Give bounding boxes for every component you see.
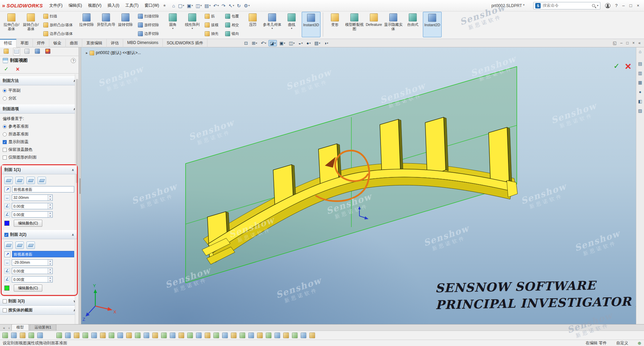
section2-rotation-x-input[interactable]: 0.00度 ▴▾ — [12, 268, 53, 274]
redo-icon[interactable]: ↷ — [221, 3, 226, 8]
checkbox-option[interactable]: 保留顶盖颜色 — [3, 146, 76, 154]
by-body-checkbox[interactable] — [3, 308, 7, 312]
help-icon[interactable]: ? — [615, 3, 617, 8]
curves-button[interactable]: 曲线 ▾ — [282, 12, 301, 37]
design-library-icon[interactable]: ▤ — [638, 61, 642, 66]
wrap-button[interactable]: 包覆 — [223, 12, 243, 20]
edit-color-button[interactable]: 编辑颜色(C) — [14, 220, 42, 227]
hole-wizard-button[interactable]: 异型孔向导 — [97, 12, 115, 37]
linear-sketch-pattern-icon[interactable] — [205, 333, 210, 338]
rectangle-icon[interactable] — [100, 333, 106, 338]
extruded-cut-button[interactable]: 拉伸切除 — [77, 12, 96, 37]
confirm-cancel-icon[interactable]: × — [625, 61, 631, 72]
section3-checkbox[interactable] — [3, 299, 7, 303]
configuration-manager-tab[interactable] — [23, 48, 31, 56]
drag-toggle-icon[interactable] — [37, 333, 43, 338]
performance-icon[interactable] — [301, 333, 306, 338]
spinner-arrows[interactable]: ▴▾ — [48, 260, 52, 265]
reference-geometry-button[interactable]: 参考几何体 ▾ — [263, 12, 282, 37]
tab-motion-study-1[interactable]: 运动算例1 — [30, 324, 56, 331]
spinner-arrows[interactable]: ▴▾ — [48, 195, 52, 201]
magnifier-icon[interactable] — [29, 333, 34, 338]
tab-sheet-metal[interactable]: 钣金 — [49, 39, 66, 47]
radio-option[interactable]: 所选基准面 — [3, 130, 76, 138]
scene-icon[interactable]: ◧ — [638, 99, 642, 104]
hide-show-items-icon[interactable]: ◒▾ — [297, 40, 304, 46]
sensor-icon[interactable] — [283, 333, 289, 338]
edit-appearance-icon[interactable]: ●▾ — [305, 40, 312, 46]
menu-pin-icon[interactable]: ★ — [163, 3, 166, 8]
display-relations-icon[interactable] — [222, 333, 228, 338]
tab-nav-first-icon[interactable]: « — [1, 325, 7, 331]
tab-sketch[interactable]: 草图 — [16, 39, 33, 47]
show-hidden-bodies-button[interactable]: 显示隐藏实体 — [384, 12, 403, 37]
tab-model[interactable]: 模型 — [11, 324, 29, 331]
search-caret-icon[interactable]: ▾ — [597, 4, 598, 7]
home-icon[interactable]: ⌂ — [172, 3, 175, 8]
tab-nav-prev-icon[interactable]: ‹ — [7, 325, 11, 331]
tab-features[interactable]: 特征 — [0, 39, 16, 47]
panel-splitter[interactable] — [79, 47, 81, 324]
curvature-icon[interactable] — [309, 333, 315, 338]
options-gear-icon[interactable]: ⚙▾ — [244, 3, 250, 8]
move-entities-icon[interactable] — [213, 333, 219, 338]
front-plane-button[interactable] — [4, 177, 13, 184]
text-icon[interactable] — [144, 333, 149, 338]
model-break-view-button[interactable]: 模型断裂视图 — [345, 12, 364, 37]
apply-scene-icon[interactable]: ▤▾ — [313, 40, 321, 46]
indent-button[interactable]: 压凹 — [243, 12, 262, 37]
feature-tree-flyout[interactable]: ▸ prt0002 (默认) <<默认>... — [86, 50, 141, 56]
featuremanager-tab[interactable] — [3, 48, 10, 56]
spinner-arrows[interactable]: ▴▾ — [48, 276, 52, 282]
tree-expand-icon[interactable]: ▸ — [86, 51, 88, 55]
tab-mbd-dimensions[interactable]: MBD Dimensions — [123, 39, 163, 47]
model-canvas[interactable]: Y X Z — [81, 47, 636, 324]
radio-icon[interactable] — [3, 132, 7, 136]
rib-button[interactable]: 筋 — [202, 12, 222, 20]
section2-color-swatch[interactable] — [4, 286, 9, 291]
dimxpert-manager-tab[interactable] — [34, 48, 41, 56]
instant3d-button[interactable]: Instant3D — [302, 12, 320, 37]
checkbox-icon[interactable] — [3, 148, 7, 152]
checkbox-option[interactable]: 显示剖面盖 — [3, 138, 76, 146]
top-plane-button[interactable] — [15, 242, 24, 249]
menu-item[interactable]: 编辑(E) — [65, 1, 85, 10]
menu-item[interactable]: 文件(F) — [46, 1, 65, 10]
user-account-icon[interactable] — [605, 3, 610, 8]
revolved-boss-button[interactable]: 旋转凸台/基体 — [21, 12, 40, 37]
repair-sketch-icon[interactable] — [231, 333, 237, 338]
command-search-input[interactable]: S 搜索命令 ▾ — [533, 2, 600, 9]
lofted-boss-button[interactable]: 放样凸台/基体 — [41, 20, 77, 29]
extruded-boss-button[interactable]: 拉伸凸台/基体 — [2, 12, 21, 37]
top-plane-button[interactable] — [15, 177, 24, 184]
tab-surfaces[interactable]: 曲面 — [66, 39, 82, 47]
tab-weldments[interactable]: 焊件 — [33, 39, 49, 47]
menu-item[interactable]: 窗口(W) — [142, 1, 162, 10]
linear-pattern-button[interactable]: 线性阵列 ▾ — [183, 12, 202, 37]
spinner-arrows[interactable]: ▴▾ — [48, 268, 52, 274]
tree-root-label[interactable]: prt0002 (默认) <<默认>... — [96, 50, 141, 56]
point-icon[interactable] — [152, 333, 158, 338]
freeform-button[interactable]: 自由式 — [403, 12, 422, 37]
section1-rotation-y-input[interactable]: 0.00度 ▴▾ — [12, 211, 53, 218]
menu-item[interactable]: 工具(T) — [122, 1, 141, 10]
section2-offset-input[interactable]: -29.00mm ▴▾ — [12, 259, 53, 266]
new-document-icon[interactable]: ▢▾ — [178, 3, 184, 8]
polygon-icon[interactable] — [109, 333, 114, 338]
spinner-arrows[interactable]: ▴▾ — [48, 212, 52, 217]
view-settings-icon[interactable]: ◑▾ — [323, 40, 330, 46]
display-pane-icon[interactable] — [11, 333, 17, 338]
section-properties-icon[interactable] — [275, 333, 280, 338]
arc-icon[interactable] — [91, 333, 97, 338]
globe-icon[interactable]: ⊕ — [638, 341, 641, 346]
collapse-icon[interactable]: ∧ — [71, 233, 74, 236]
spline-icon[interactable] — [117, 333, 123, 338]
previous-view-icon[interactable]: ↶▾ — [259, 40, 267, 46]
circle-icon[interactable] — [83, 333, 88, 338]
swept-cut-button[interactable]: 扫描切除 — [136, 12, 163, 20]
maximize-button[interactable]: □ — [630, 3, 632, 8]
sketch-fillet-icon[interactable] — [135, 333, 141, 338]
spinner-arrows[interactable]: ▴▾ — [48, 203, 52, 209]
property-manager-tab[interactable] — [13, 48, 20, 56]
right-plane-button[interactable] — [27, 177, 35, 184]
